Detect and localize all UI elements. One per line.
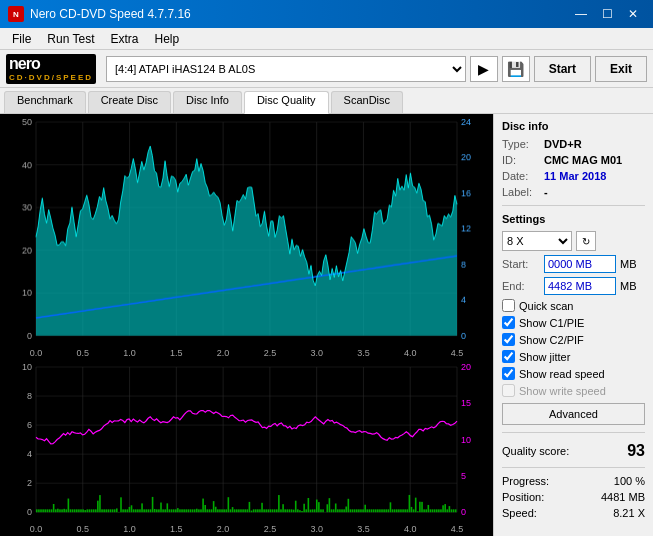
title-bar: N Nero CD-DVD Speed 4.7.7.16 — ☐ ✕ — [0, 0, 653, 28]
quick-scan-checkbox[interactable] — [502, 299, 515, 312]
end-input[interactable] — [544, 277, 616, 295]
close-button[interactable]: ✕ — [621, 4, 645, 24]
menu-run-test[interactable]: Run Test — [39, 30, 102, 48]
tab-benchmark[interactable]: Benchmark — [4, 91, 86, 113]
disc-date-row: Date: 11 Mar 2018 — [502, 170, 645, 182]
disc-type-value: DVD+R — [544, 138, 582, 150]
position-value: 4481 MB — [601, 491, 645, 503]
speed-selector[interactable]: 8 X Max 2 X 4 X 6 X 12 X 16 X — [502, 231, 572, 251]
speed-label: Speed: — [502, 507, 537, 519]
divider-2 — [502, 432, 645, 433]
start-button[interactable]: Start — [534, 56, 591, 82]
maximize-button[interactable]: ☐ — [595, 4, 619, 24]
drive-selector[interactable]: [4:4] ATAPI iHAS124 B AL0S — [106, 56, 466, 82]
disc-type-label: Type: — [502, 138, 542, 150]
show-write-speed-checkbox — [502, 384, 515, 397]
advanced-button[interactable]: Advanced — [502, 403, 645, 425]
title-bar-left: N Nero CD-DVD Speed 4.7.7.16 — [8, 6, 191, 22]
disc-date-label: Date: — [502, 170, 542, 182]
start-unit: MB — [620, 258, 637, 270]
top-chart — [0, 114, 493, 359]
show-c1-checkbox[interactable] — [502, 316, 515, 329]
tab-disc-quality[interactable]: Disc Quality — [244, 91, 329, 114]
divider-3 — [502, 467, 645, 468]
nero-logo: nero CD·DVD/SPEED — [6, 54, 96, 84]
disc-label-label: Label: — [502, 186, 542, 198]
show-jitter-row: Show jitter — [502, 350, 645, 363]
show-jitter-label: Show jitter — [519, 351, 570, 363]
speed-row-prog: Speed: 8.21 X — [502, 507, 645, 519]
window-controls: — ☐ ✕ — [569, 4, 645, 24]
disc-id-value: CMC MAG M01 — [544, 154, 622, 166]
disc-type-row: Type: DVD+R — [502, 138, 645, 150]
exit-button[interactable]: Exit — [595, 56, 647, 82]
start-label: Start: — [502, 258, 540, 270]
show-write-speed-label: Show write speed — [519, 385, 606, 397]
position-row: Position: 4481 MB — [502, 491, 645, 503]
disc-id-row: ID: CMC MAG M01 — [502, 154, 645, 166]
show-c2-label: Show C2/PIF — [519, 334, 584, 346]
save-icon-button[interactable]: 💾 — [502, 56, 530, 82]
quality-score-value: 93 — [627, 442, 645, 460]
progress-label: Progress: — [502, 475, 549, 487]
right-panel: Disc info Type: DVD+R ID: CMC MAG M01 Da… — [493, 114, 653, 536]
show-read-speed-row: Show read speed — [502, 367, 645, 380]
disc-label-row: Label: - — [502, 186, 645, 198]
tab-create-disc[interactable]: Create Disc — [88, 91, 171, 113]
show-c2-checkbox[interactable] — [502, 333, 515, 346]
settings-title: Settings — [502, 213, 645, 225]
tab-bar: Benchmark Create Disc Disc Info Disc Qua… — [0, 88, 653, 114]
progress-value: 100 % — [614, 475, 645, 487]
divider-1 — [502, 205, 645, 206]
start-mb-row: Start: MB — [502, 255, 645, 273]
end-mb-row: End: MB — [502, 277, 645, 295]
window-title: Nero CD-DVD Speed 4.7.7.16 — [30, 7, 191, 21]
main-content: Disc info Type: DVD+R ID: CMC MAG M01 Da… — [0, 114, 653, 536]
app-icon: N — [8, 6, 24, 22]
bottom-chart — [0, 359, 493, 536]
quality-score-label: Quality score: — [502, 445, 569, 457]
menu-extra[interactable]: Extra — [102, 30, 146, 48]
minimize-button[interactable]: — — [569, 4, 593, 24]
menu-bar: File Run Test Extra Help — [0, 28, 653, 50]
speed-row: 8 X Max 2 X 4 X 6 X 12 X 16 X ↻ — [502, 231, 645, 251]
disc-date-value: 11 Mar 2018 — [544, 170, 606, 182]
disc-label-value: - — [544, 186, 548, 198]
disc-id-label: ID: — [502, 154, 542, 166]
eject-icon-button[interactable]: ▶ — [470, 56, 498, 82]
end-unit: MB — [620, 280, 637, 292]
disc-info-title: Disc info — [502, 120, 645, 132]
end-label: End: — [502, 280, 540, 292]
menu-help[interactable]: Help — [147, 30, 188, 48]
refresh-button[interactable]: ↻ — [576, 231, 596, 251]
start-input[interactable] — [544, 255, 616, 273]
progress-row: Progress: 100 % — [502, 475, 645, 487]
tab-scan-disc[interactable]: ScanDisc — [331, 91, 403, 113]
show-c1-label: Show C1/PIE — [519, 317, 584, 329]
show-write-speed-row: Show write speed — [502, 384, 645, 397]
show-read-speed-checkbox[interactable] — [502, 367, 515, 380]
quality-score-row: Quality score: 93 — [502, 442, 645, 460]
charts-area — [0, 114, 493, 536]
menu-file[interactable]: File — [4, 30, 39, 48]
position-label: Position: — [502, 491, 544, 503]
quick-scan-row: Quick scan — [502, 299, 645, 312]
tab-disc-info[interactable]: Disc Info — [173, 91, 242, 113]
speed-value: 8.21 X — [613, 507, 645, 519]
toolbar: nero CD·DVD/SPEED [4:4] ATAPI iHAS124 B … — [0, 50, 653, 88]
show-read-speed-label: Show read speed — [519, 368, 605, 380]
show-jitter-checkbox[interactable] — [502, 350, 515, 363]
show-c1-row: Show C1/PIE — [502, 316, 645, 329]
show-c2-row: Show C2/PIF — [502, 333, 645, 346]
quick-scan-label: Quick scan — [519, 300, 573, 312]
